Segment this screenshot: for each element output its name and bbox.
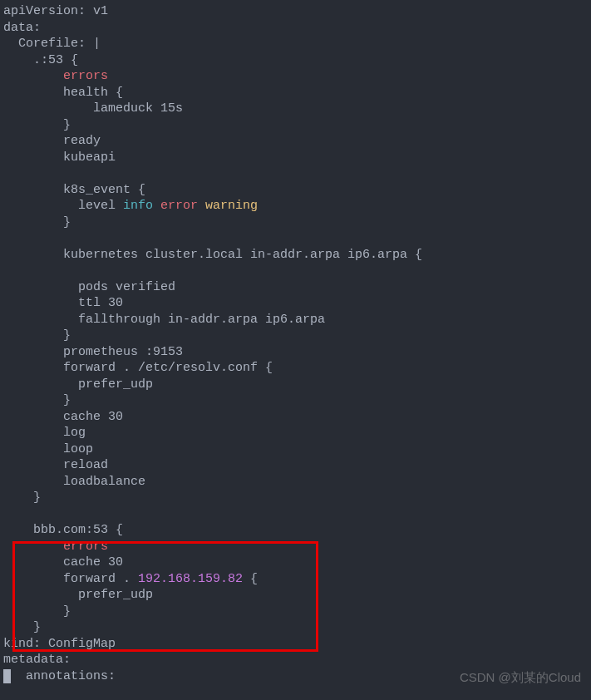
line-metadata: metadata: [3,653,71,667]
line-cache2: cache 30 [3,555,123,569]
watermark-text: CSDN @刘某的Cloud [460,669,581,686]
ip-address: 192.168.159.82 [138,572,243,586]
directive-errors2: errors [63,540,108,554]
line-kubeapi: kubeapi [3,150,116,165]
line-close4: } [3,393,71,407]
line-bbb: bbb.com:53 { [3,523,123,537]
line-log: log [3,426,86,440]
line-loop: loop [3,442,93,456]
line-close3: } [3,328,71,343]
line-ttl: ttl 30 [3,296,123,310]
line-annotations: annotations: [11,669,116,683]
line-forward2: forward . 192.168.159.82 { [3,572,258,586]
line-pods: pods verified [3,280,175,294]
line-fallthrough: fallthrough in-addr.arpa ip6.arpa [3,313,325,327]
line-cache1: cache 30 [3,410,123,424]
line-loadbalance: loadbalance [3,475,145,489]
line-corefile: Corefile: | [3,37,101,51]
token-warning: warning [205,199,258,213]
line-prometheus: prometheus :9153 [3,345,183,359]
line-preferudp2: prefer_udp [3,588,153,602]
token-error: error [160,199,198,213]
line-apiversion: apiVersion: v1 [3,4,108,18]
line-lameduck: lameduck 15s [3,101,183,116]
line-reload: reload [3,458,108,472]
line-level: level info error warning [3,199,258,213]
line-close2: } [3,215,71,229]
token-info: info [123,199,153,213]
code-block: apiVersion: v1 data: Corefile: | .:53 { … [3,3,588,684]
line-forward1: forward . /etc/resolv.conf { [3,361,273,375]
line-close1: } [3,118,71,132]
line-close5: } [3,490,41,505]
line-block-open: .:53 { [3,53,78,67]
directive-errors: errors [63,69,108,83]
line-preferudp1: prefer_udp [3,377,153,392]
line-close6: } [3,604,71,619]
line-errors2: errors [3,540,108,554]
line-kind: kind: ConfigMap [3,637,116,651]
line-data: data: [3,21,41,35]
cursor-icon [3,669,11,683]
line-k8sevent: k8s_event { [3,183,145,197]
line-close7: } [3,620,41,634]
line-health: health { [3,86,123,100]
line-ready: ready [3,134,101,148]
line-kubernetes: kubernetes cluster.local in-addr.arpa ip… [3,248,422,262]
line-errors: errors [3,69,108,83]
